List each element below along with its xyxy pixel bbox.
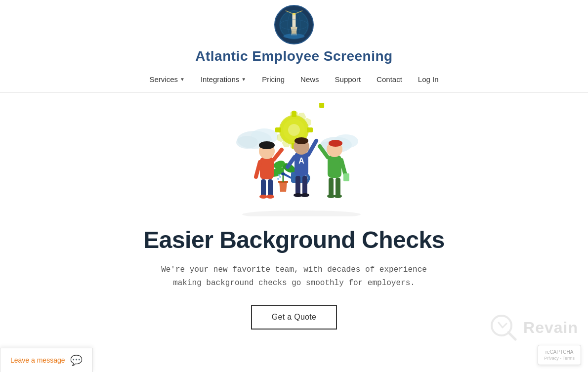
svg-rect-46 <box>268 179 273 197</box>
svg-point-70 <box>242 210 361 216</box>
svg-line-49 <box>256 162 260 177</box>
site-title: Atlantic Employee Screening <box>195 48 392 64</box>
svg-rect-65 <box>336 178 340 196</box>
chat-widget[interactable]: Leave a message 💬 <box>0 348 93 372</box>
nav-integrations[interactable]: Integrations ▼ <box>193 72 254 86</box>
main-nav: Services ▼ Integrations ▼ Pricing News S… <box>0 72 588 93</box>
svg-rect-61 <box>328 155 341 178</box>
svg-point-47 <box>259 195 267 199</box>
site-logo[interactable] <box>274 5 314 44</box>
nav-pricing[interactable]: Pricing <box>254 72 293 86</box>
recaptcha-badge: reCAPTCHA Privacy - Terms <box>538 345 581 365</box>
svg-point-48 <box>266 195 274 199</box>
svg-point-38 <box>279 176 281 178</box>
svg-point-39 <box>277 178 279 180</box>
svg-rect-45 <box>261 179 266 197</box>
recaptcha-links: Privacy - Terms <box>544 356 575 361</box>
nav-contact[interactable]: Contact <box>369 72 410 86</box>
svg-point-66 <box>327 194 335 198</box>
svg-point-44 <box>259 141 275 149</box>
svg-rect-23 <box>292 111 296 117</box>
integrations-dropdown-arrow: ▼ <box>241 77 246 82</box>
svg-rect-55 <box>295 176 300 195</box>
svg-point-14 <box>236 136 258 149</box>
nav-login[interactable]: Log In <box>410 72 447 86</box>
recaptcha-logo: reCAPTCHA <box>546 349 574 355</box>
svg-rect-25 <box>307 127 313 132</box>
svg-line-72 <box>508 332 515 339</box>
svg-rect-69 <box>343 173 349 181</box>
page-header: Atlantic Employee Screening Services ▼ I… <box>0 0 588 93</box>
svg-point-37 <box>281 172 285 175</box>
svg-point-40 <box>278 174 280 176</box>
svg-rect-3 <box>292 31 296 34</box>
svg-text:A: A <box>298 157 304 165</box>
svg-rect-27 <box>319 103 324 108</box>
svg-point-63 <box>329 140 342 147</box>
hero-illustration: A <box>210 103 378 216</box>
svg-point-54 <box>294 137 308 144</box>
revain-watermark: Revain <box>489 313 578 342</box>
revain-text: Revain <box>523 319 578 337</box>
chat-icon: 💬 <box>70 354 83 366</box>
svg-line-68 <box>341 160 345 175</box>
hero-section: A <box>0 93 588 349</box>
nav-support[interactable]: Support <box>327 72 369 86</box>
svg-point-7 <box>293 13 295 15</box>
nav-services[interactable]: Services ▼ <box>141 72 192 86</box>
hero-title: Easier Background Checks <box>143 226 445 253</box>
svg-rect-1 <box>293 14 296 27</box>
svg-point-67 <box>334 194 342 198</box>
svg-rect-56 <box>302 176 307 195</box>
svg-rect-64 <box>329 178 334 196</box>
svg-point-58 <box>300 193 309 197</box>
nav-news[interactable]: News <box>293 72 327 86</box>
svg-marker-2 <box>291 27 297 31</box>
services-dropdown-arrow: ▼ <box>180 77 185 82</box>
svg-line-50 <box>308 141 316 155</box>
svg-line-41 <box>274 150 282 160</box>
svg-marker-30 <box>279 182 287 192</box>
hero-subtitle: We're your new favorite team, with decad… <box>151 263 437 290</box>
svg-rect-26 <box>275 127 281 132</box>
chat-label: Leave a message <box>10 356 65 364</box>
svg-rect-42 <box>260 157 274 179</box>
svg-point-8 <box>284 34 305 39</box>
get-quote-button[interactable]: Get a Quote <box>251 305 337 330</box>
